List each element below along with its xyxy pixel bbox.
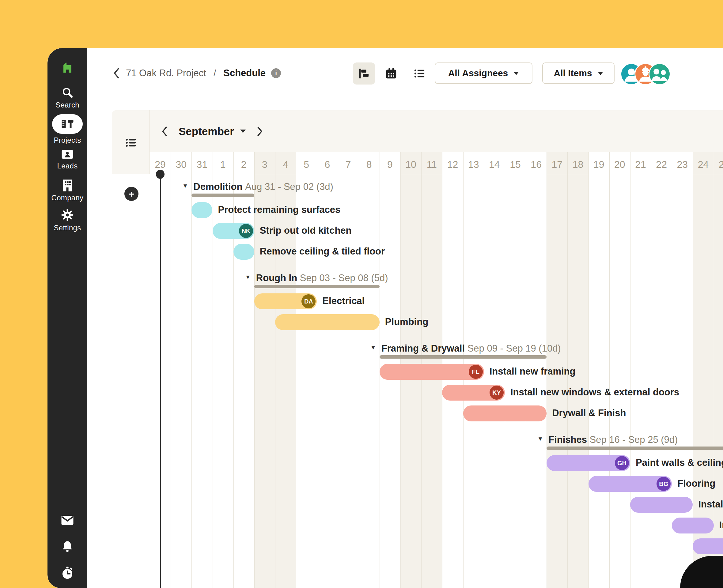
date-cell[interactable]: 22 — [651, 155, 672, 174]
date-cell[interactable]: 18 — [567, 155, 588, 174]
date-cell[interactable]: 31 — [191, 155, 212, 174]
group-summary-bar[interactable] — [254, 285, 379, 288]
group-header: ▼Framing & Drywall Sep 09 - Sep 19 (10d) — [370, 343, 561, 354]
date-cell[interactable]: 17 — [546, 155, 567, 174]
sidebar-notifications-button[interactable] — [47, 540, 87, 552]
sidebar-item-projects[interactable]: Projects — [47, 114, 87, 145]
bell-icon — [61, 540, 74, 552]
sidebar-item-company[interactable]: Company — [47, 179, 87, 202]
grid-line — [338, 152, 338, 588]
date-cell[interactable]: 6 — [317, 155, 337, 174]
task-bar[interactable] — [191, 202, 212, 218]
app-card: Search Projects — [47, 48, 723, 588]
calendar-view-button[interactable] — [380, 62, 402, 85]
group-header: ▼Demolition Aug 31 - Sep 02 (3d) — [182, 181, 333, 192]
date-cell[interactable]: 3 — [254, 155, 275, 174]
collapse-group-icon[interactable]: ▼ — [537, 436, 543, 442]
date-cell[interactable]: 8 — [359, 155, 379, 174]
date-cell[interactable]: 13 — [463, 155, 484, 174]
task-label: Install new framing — [490, 366, 576, 377]
task-bar[interactable] — [233, 244, 254, 260]
task-bar[interactable] — [630, 497, 693, 513]
date-cell[interactable]: 23 — [672, 155, 693, 174]
team-avatar[interactable] — [648, 63, 670, 85]
grid-line — [317, 152, 317, 588]
sidebar-item-settings[interactable]: Settings — [47, 209, 87, 232]
back-chevron-icon[interactable] — [112, 68, 120, 78]
date-cell[interactable]: 30 — [171, 155, 191, 174]
assignee-avatar[interactable]: KY — [490, 385, 504, 400]
task-label: Protect remaining surfaces — [218, 204, 341, 215]
assignee-avatar[interactable]: BG — [657, 477, 670, 491]
sidebar-logo[interactable] — [47, 60, 87, 75]
date-cell[interactable]: 19 — [588, 155, 610, 174]
collapse-group-icon[interactable]: ▼ — [182, 183, 188, 189]
date-cell[interactable]: 4 — [275, 155, 296, 174]
sidebar-timer-button[interactable] — [47, 566, 87, 580]
sidebar-item-label: Leads — [57, 162, 78, 170]
gantt-view-button[interactable] — [353, 62, 375, 85]
breadcrumb-project[interactable]: 71 Oak Rd. Project — [126, 68, 206, 79]
info-icon[interactable]: i — [271, 68, 281, 78]
list-view-button[interactable] — [408, 62, 430, 85]
group-header: ▼Finishes Sep 16 - Sep 25 (9d) — [537, 434, 678, 445]
date-cell[interactable]: 2 — [233, 155, 254, 174]
ruler-hammer-icon — [59, 119, 75, 129]
group-summary-bar[interactable] — [379, 355, 546, 359]
date-cell[interactable]: 1 — [213, 155, 233, 174]
items-filter-label: All Items — [554, 68, 592, 78]
today-marker — [156, 170, 165, 179]
sidebar-item-label: Settings — [54, 224, 81, 232]
top-header: 71 Oak Rd. Project / Schedule i — [87, 48, 723, 98]
date-cell[interactable]: 12 — [442, 155, 463, 174]
task-bar[interactable] — [463, 405, 547, 421]
assignee-avatar[interactable]: GH — [615, 456, 629, 470]
date-cell[interactable]: 11 — [421, 155, 442, 174]
sidebar-item-label: Projects — [54, 136, 81, 145]
sidebar-mail-button[interactable] — [47, 515, 87, 526]
grid-line — [484, 152, 484, 588]
grid-line — [191, 152, 192, 588]
task-bar[interactable] — [275, 314, 379, 330]
items-filter-dropdown[interactable]: All Items — [542, 62, 615, 84]
sidebar-item-leads[interactable]: Leads — [47, 149, 87, 170]
grid-line — [714, 152, 714, 588]
collapse-group-icon[interactable]: ▼ — [370, 344, 376, 351]
date-cell[interactable]: 24 — [693, 155, 714, 174]
task-label: Paint walls & ceilings — [636, 457, 723, 468]
header-divider — [87, 98, 723, 98]
date-cell[interactable]: 7 — [338, 155, 359, 174]
task-label: Install — [698, 499, 723, 510]
mail-icon — [61, 515, 74, 526]
assignees-filter-dropdown[interactable]: All Assignees — [435, 62, 533, 84]
task-bar[interactable] — [672, 518, 714, 533]
group-summary-bar[interactable] — [191, 193, 254, 197]
task-bar[interactable] — [693, 539, 723, 554]
breadcrumb: 71 Oak Rd. Project / Schedule i — [112, 48, 281, 98]
chevron-down-icon — [598, 72, 603, 75]
date-cell[interactable]: 14 — [484, 155, 505, 174]
group-summary-bar[interactable] — [546, 446, 723, 450]
date-cell[interactable]: 5 — [296, 155, 317, 174]
weekend-column — [254, 152, 275, 588]
assignee-avatar[interactable]: FL — [469, 365, 483, 379]
date-cell[interactable]: 10 — [400, 155, 421, 174]
task-bar[interactable] — [379, 364, 484, 380]
date-cell[interactable]: 9 — [379, 155, 400, 174]
task-label: Flooring — [677, 478, 715, 489]
date-cell[interactable]: 21 — [630, 155, 651, 174]
sidebar-item-search[interactable]: Search — [47, 86, 87, 109]
collapse-group-icon[interactable]: ▼ — [245, 274, 251, 280]
contact-card-icon — [61, 149, 74, 160]
date-cell[interactable]: 16 — [526, 155, 546, 174]
date-cell[interactable]: 15 — [505, 155, 526, 174]
search-icon — [61, 86, 74, 99]
assignee-avatar[interactable]: NK — [239, 224, 253, 238]
add-task-button[interactable]: + — [124, 187, 139, 201]
grid-line — [588, 152, 589, 588]
gear-icon — [61, 209, 74, 222]
date-cell[interactable]: 20 — [610, 155, 630, 174]
chevron-down-icon — [514, 72, 519, 75]
projects-active-pill — [52, 114, 83, 134]
date-cell[interactable]: 25 — [714, 155, 723, 174]
